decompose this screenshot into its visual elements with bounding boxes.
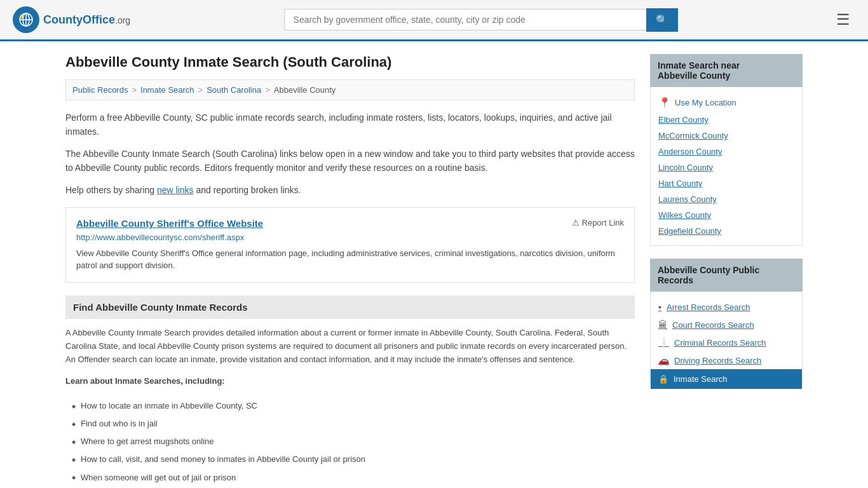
link-card-desc: View Abbeville County Sheriff's Office g…: [76, 247, 624, 272]
inmate-search-label: Inmate Search: [674, 374, 728, 384]
intro-paragraph-3: Help others by sharing new links and rep…: [65, 183, 635, 197]
logo-icon: [13, 6, 39, 33]
nearby-lincoln-county[interactable]: Lincoln County: [658, 159, 794, 175]
link-card-header: Abbeville County Sheriff's Office Websit…: [76, 218, 624, 229]
nearby-header-text: Inmate Search nearAbbeville County: [658, 60, 740, 81]
list-item: Where to get arrest mugshots online: [72, 433, 635, 451]
nearby-elbert-county[interactable]: Elbert County: [658, 112, 794, 128]
criminal-records-label: Criminal Records Search: [674, 338, 766, 348]
report-label: Report Link: [582, 218, 624, 227]
breadcrumb-public-records[interactable]: Public Records: [72, 85, 128, 95]
find-section-text: A Abbeville County Inmate Search provide…: [65, 327, 635, 366]
report-link-button[interactable]: ⚠ Report Link: [572, 218, 624, 227]
search-bar: 🔍: [284, 8, 678, 32]
inmate-search-sidebar-link[interactable]: 🔒 Inmate Search: [658, 374, 794, 384]
page-title: Abbeville County Inmate Search (South Ca…: [65, 54, 635, 71]
logo[interactable]: CountyOffice.org: [13, 6, 130, 33]
nearby-wilkes-county[interactable]: Wilkes County: [658, 207, 794, 223]
arrest-icon: ▪: [658, 302, 661, 312]
inmate-search-link[interactable]: 🔒 Inmate Search: [651, 369, 802, 389]
court-icon: 🏛: [658, 320, 667, 330]
arrest-records-label: Arrest Records Search: [667, 302, 750, 312]
criminal-icon: ❕: [658, 337, 669, 348]
intro-paragraph-2: The Abbeville County Inmate Search (Sout…: [65, 147, 635, 175]
breadcrumb-sep-1: >: [132, 85, 137, 95]
hamburger-menu[interactable]: ☰: [831, 8, 855, 31]
nearby-edgefield-county[interactable]: Edgefield County: [658, 223, 794, 239]
breadcrumb-sep-3: >: [265, 85, 270, 95]
public-records-header-text: Abbeville County Public Records: [658, 265, 759, 285]
nearby-section-header: Inmate Search nearAbbeville County: [650, 54, 803, 87]
breadcrumb-south-carolina[interactable]: South Carolina: [207, 85, 261, 95]
nearby-laurens-county[interactable]: Laurens County: [658, 191, 794, 207]
breadcrumb-abbeville-county: Abbeville County: [274, 85, 336, 95]
criminal-records-link[interactable]: ❕ Criminal Records Search: [658, 334, 794, 351]
svg-point-5: [20, 15, 24, 18]
court-records-label: Court Records Search: [672, 320, 754, 330]
nearby-mccormick-county[interactable]: McCormick County: [658, 128, 794, 144]
content-area: Abbeville County Inmate Search (South Ca…: [65, 54, 635, 487]
sidebar: Inmate Search nearAbbeville County 📍 Use…: [650, 54, 803, 487]
intro-3-before: Help others by sharing: [65, 185, 157, 195]
nearby-section: Inmate Search nearAbbeville County 📍 Use…: [650, 54, 803, 246]
use-location-label: Use My Location: [675, 98, 736, 107]
search-icon: 🔍: [656, 15, 668, 25]
list-item: How to call, visit, and send money to in…: [72, 451, 635, 468]
driving-records-label: Driving Records Search: [674, 356, 761, 365]
find-section-body: A Abbeville County Inmate Search provide…: [65, 327, 635, 487]
breadcrumb: Public Records > Inmate Search > South C…: [65, 79, 635, 100]
site-header: CountyOffice.org 🔍 ☰: [0, 0, 868, 41]
report-icon: ⚠: [572, 218, 580, 227]
logo-text: CountyOffice.org: [43, 13, 130, 27]
public-records-body: ▪ Arrest Records Search 🏛 Court Records …: [650, 292, 803, 383]
breadcrumb-inmate-search[interactable]: Inmate Search: [140, 85, 194, 95]
menu-icon: ☰: [836, 11, 850, 28]
link-card: Abbeville County Sheriff's Office Websit…: [65, 207, 635, 283]
nearby-section-body: 📍 Use My Location Elbert County McCormic…: [650, 87, 803, 246]
driving-records-link[interactable]: 🚗 Driving Records Search: [658, 351, 794, 369]
search-input[interactable]: [284, 9, 646, 30]
learn-list: How to locate an inmate in Abbeville Cou…: [65, 397, 635, 486]
new-links-link[interactable]: new links: [157, 185, 194, 195]
public-records-header: Abbeville County Public Records: [650, 259, 803, 292]
public-records-section: Abbeville County Public Records ▪ Arrest…: [650, 259, 803, 383]
location-pin-icon: 📍: [658, 97, 671, 109]
breadcrumb-sep-2: >: [198, 85, 203, 95]
intro-paragraph-1: Perform a free Abbeville County, SC publ…: [65, 111, 635, 139]
nearby-anderson-county[interactable]: Anderson County: [658, 144, 794, 159]
search-button[interactable]: 🔍: [646, 8, 678, 32]
link-card-url[interactable]: http://www.abbevillecountysc.com/sheriff…: [76, 233, 624, 242]
link-card-title[interactable]: Abbeville County Sheriff's Office Websit…: [76, 218, 263, 229]
nearby-hart-county[interactable]: Hart County: [658, 175, 794, 191]
court-records-link[interactable]: 🏛 Court Records Search: [658, 316, 794, 334]
driving-icon: 🚗: [658, 355, 669, 365]
list-item: How to locate an inmate in Abbeville Cou…: [72, 397, 635, 415]
intro-3-after: and reporting broken links.: [194, 185, 301, 195]
learn-label: Learn about Inmate Searches, including:: [65, 375, 635, 388]
list-item: Find out who is in jail: [72, 415, 635, 433]
use-location-link[interactable]: 📍 Use My Location: [658, 93, 794, 112]
find-section-header: Find Abbeville County Inmate Records: [65, 295, 635, 319]
arrest-records-link[interactable]: ▪ Arrest Records Search: [658, 298, 794, 316]
list-item: When someone will get out of jail or pri…: [72, 469, 635, 487]
inmate-search-icon: 🔒: [658, 374, 668, 384]
main-container: Abbeville County Inmate Search (South Ca…: [53, 41, 815, 488]
